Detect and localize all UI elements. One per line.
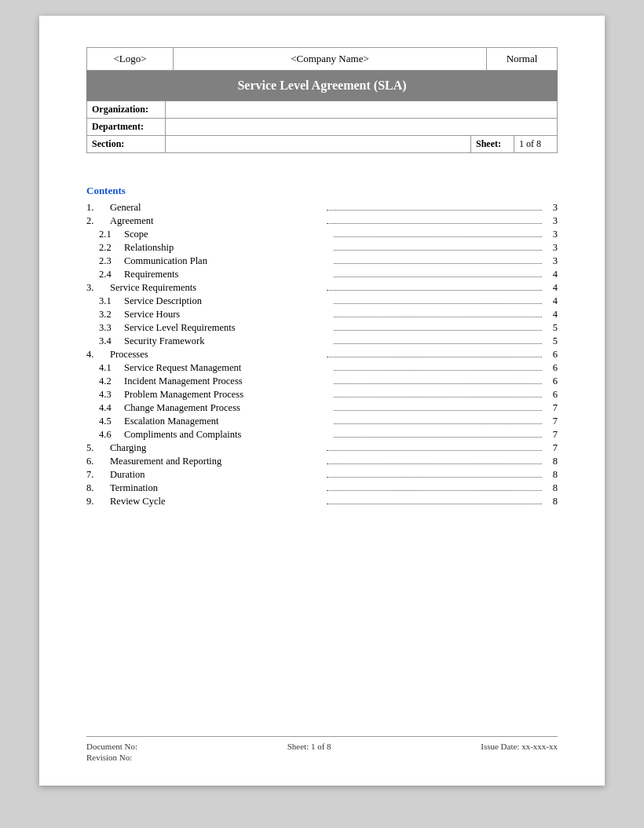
- toc-item: 3.1Service Description4: [86, 295, 558, 307]
- doc-no: Document No:: [86, 742, 137, 751]
- section-value: [166, 136, 471, 153]
- organization-value: [166, 101, 558, 119]
- toc-item: 1.General3: [86, 202, 558, 214]
- company-name: <Company Name>: [291, 53, 369, 64]
- sheet-label: Sheet:: [471, 136, 514, 153]
- toc-item: 4.1Service Request Management6: [86, 362, 558, 374]
- department-label: Department:: [87, 119, 166, 136]
- sheet-value: 1 of 8: [514, 136, 558, 153]
- toc-item: 2.2Relationship3: [86, 242, 558, 254]
- toc-item: 4.3Problem Management Process6: [86, 389, 558, 401]
- toc-item: 3.Service Requirements4: [86, 282, 558, 294]
- header-table: <Logo> <Company Name> Normal: [86, 47, 558, 71]
- footer-issue: Issue Date: xx-xxx-xx: [481, 742, 558, 762]
- toc-item: 8.Termination8: [86, 482, 558, 494]
- toc-item: 4.2Incident Management Process6: [86, 376, 558, 387]
- toc-item: 4.Processes6: [86, 349, 558, 361]
- toc-container: 1.General32.Agreement32.1Scope32.2Relati…: [86, 202, 558, 507]
- status-text: Normal: [507, 53, 538, 64]
- toc-item: 7.Duration8: [86, 469, 558, 481]
- toc-item: 5.Charging7: [86, 442, 558, 454]
- revision-no: Revision No:: [86, 753, 137, 762]
- company-cell: <Company Name>: [174, 48, 487, 71]
- logo-cell: <Logo>: [87, 48, 174, 71]
- toc-item: 6.Measurement and Reporting8: [86, 456, 558, 467]
- toc-item: 4.5Escalation Management7: [86, 416, 558, 427]
- footer: Document No: Revision No: Sheet: 1 of 8 …: [86, 736, 558, 762]
- toc-item: 2.1Scope3: [86, 229, 558, 240]
- department-value: [166, 119, 558, 136]
- contents-heading: Contents: [86, 185, 558, 197]
- toc-item: 4.4Change Management Process7: [86, 402, 558, 414]
- footer-sheet: Sheet: 1 of 8: [287, 742, 331, 762]
- document-page: <Logo> <Company Name> Normal Service Lev…: [39, 16, 605, 786]
- toc-item: 3.4Security Framework5: [86, 335, 558, 347]
- toc-item: 4.6Compliments and Complaints7: [86, 429, 558, 441]
- section-label: Section:: [87, 136, 166, 153]
- toc-item: 9.Review Cycle8: [86, 496, 558, 507]
- status-cell: Normal: [487, 48, 558, 71]
- toc-item: 2.3Communication Plan3: [86, 255, 558, 267]
- logo-text: <Logo>: [113, 53, 146, 64]
- toc-item: 3.3Service Level Requirements5: [86, 322, 558, 334]
- organization-label: Organization:: [87, 101, 166, 119]
- toc-item: 2.4Requirements4: [86, 269, 558, 280]
- info-table: Organization: Department: Section: Sheet…: [86, 101, 558, 153]
- document-title: Service Level Agreement (SLA): [86, 71, 558, 101]
- toc-item: 2.Agreement3: [86, 215, 558, 227]
- toc-item: 3.2Service Hours4: [86, 309, 558, 321]
- contents-section: Contents 1.General32.Agreement32.1Scope3…: [86, 185, 558, 507]
- footer-left: Document No: Revision No:: [86, 742, 137, 762]
